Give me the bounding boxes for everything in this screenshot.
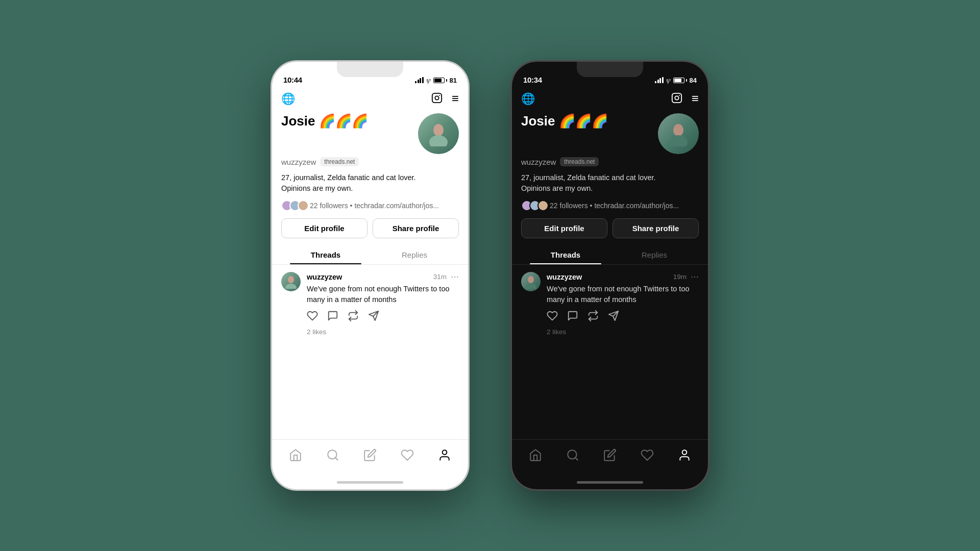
- instagram-icon-dark[interactable]: [671, 92, 682, 105]
- svg-point-23: [682, 450, 687, 455]
- battery-label-light: 81: [450, 77, 457, 84]
- followers-row-light: 22 followers • techradar.com/author/jos.…: [281, 200, 459, 211]
- edit-profile-button-dark[interactable]: Edit profile: [521, 218, 607, 238]
- status-icons-dark: 𝜓 84: [655, 76, 697, 84]
- post-meta-light: 31m ⋯: [433, 272, 459, 282]
- post-meta-dark: 19m ⋯: [673, 272, 699, 282]
- follower-avatars-dark: [521, 200, 546, 211]
- compose-nav-light[interactable]: [359, 444, 381, 466]
- home-indicator-dark: [512, 475, 708, 489]
- phone-dark: 10:34 𝜓 84 🌐: [510, 60, 709, 491]
- screen-light: 10:44 𝜓 81: [272, 62, 468, 489]
- home-nav-light[interactable]: [284, 444, 307, 466]
- post-right-dark: wuzzyzew 19m ⋯ We've gone from not enoug…: [547, 272, 699, 336]
- wifi-icon-light: 𝜓: [426, 76, 431, 84]
- share-profile-button-dark[interactable]: Share profile: [612, 218, 699, 238]
- repost-icon-light[interactable]: [348, 310, 359, 324]
- screen-dark: 10:34 𝜓 84 🌐: [512, 62, 708, 489]
- svg-point-3: [433, 124, 444, 136]
- avatar-img-dark: [658, 113, 699, 154]
- post-time-light: 31m: [433, 273, 447, 281]
- tabs-light: Threads Replies: [281, 245, 459, 264]
- comment-icon-dark[interactable]: [567, 310, 578, 324]
- follower-avatar-d3: [537, 200, 549, 211]
- svg-point-16: [669, 135, 688, 146]
- menu-icon-light[interactable]: ≡: [452, 92, 459, 105]
- repost-icon-dark[interactable]: [587, 310, 599, 324]
- post-more-light[interactable]: ⋯: [451, 272, 459, 282]
- username-row-dark: wuzzyzew threads.net: [521, 157, 699, 166]
- post-username-light: wuzzyzew: [307, 273, 342, 281]
- follower-avatar-3: [298, 200, 309, 211]
- globe-icon-dark[interactable]: 🌐: [521, 93, 535, 105]
- post-time-dark-val: 19m: [673, 273, 687, 281]
- profile-name-dark: Josie 🌈🌈🌈: [521, 113, 608, 129]
- heart-nav-light[interactable]: [396, 444, 419, 466]
- top-nav-light: 🌐 ≡: [272, 87, 468, 108]
- post-avatar-light: [281, 272, 301, 291]
- post-header-dark: wuzzyzew 19m ⋯: [547, 272, 699, 282]
- action-buttons-light: Edit profile Share profile: [281, 218, 459, 238]
- svg-point-17: [528, 276, 534, 283]
- username-row-light: wuzzyzew threads.net: [281, 157, 459, 166]
- menu-icon-dark[interactable]: ≡: [692, 92, 699, 105]
- edit-profile-button-light[interactable]: Edit profile: [281, 218, 368, 238]
- post-username-dark: wuzzyzew: [547, 273, 582, 281]
- followers-count-dark[interactable]: 22 followers • techradar.com/author/jos.…: [550, 202, 679, 210]
- post-actions-dark: [547, 310, 699, 324]
- search-nav-light[interactable]: [322, 444, 344, 466]
- compose-nav-dark[interactable]: [599, 444, 621, 466]
- status-time-dark: 10:34: [523, 76, 542, 84]
- svg-point-13: [675, 96, 678, 99]
- status-bar-light: 10:44 𝜓 81: [272, 62, 468, 87]
- svg-point-15: [673, 124, 683, 136]
- domain-badge-light[interactable]: threads.net: [320, 157, 359, 166]
- search-nav-dark[interactable]: [561, 444, 584, 466]
- tab-threads-dark[interactable]: Threads: [521, 245, 610, 264]
- notch-dark: [577, 62, 643, 77]
- post-likes-dark: 2 likes: [547, 328, 566, 336]
- profile-nav-dark[interactable]: [673, 444, 696, 466]
- signal-icon-light: [415, 77, 424, 83]
- tabs-dark: Threads Replies: [521, 245, 699, 264]
- like-icon-light[interactable]: [307, 310, 318, 324]
- nav-right-light: ≡: [431, 92, 459, 105]
- globe-icon-light[interactable]: 🌐: [281, 93, 295, 105]
- profile-header-dark: Josie 🌈🌈🌈: [521, 113, 699, 154]
- tab-threads-light[interactable]: Threads: [281, 245, 370, 264]
- status-icons-light: 𝜓 81: [415, 76, 457, 84]
- svg-point-6: [285, 284, 297, 289]
- home-bar-light: [337, 481, 403, 484]
- nav-right-dark: ≡: [671, 92, 699, 105]
- svg-rect-12: [672, 93, 681, 103]
- battery-light: [433, 78, 447, 83]
- like-icon-dark[interactable]: [547, 310, 558, 324]
- tab-replies-light[interactable]: Replies: [370, 245, 459, 264]
- username-light: wuzzyzew: [281, 158, 316, 166]
- post-right-light: wuzzyzew 31m ⋯ We've gone from not enoug…: [307, 272, 459, 336]
- post-header-light: wuzzyzew 31m ⋯: [307, 272, 459, 282]
- share-icon-dark[interactable]: [608, 310, 619, 324]
- followers-row-dark: 22 followers • techradar.com/author/jos.…: [521, 200, 699, 211]
- post-more-dark[interactable]: ⋯: [691, 272, 699, 282]
- heart-nav-dark[interactable]: [636, 444, 658, 466]
- tab-replies-dark[interactable]: Replies: [610, 245, 699, 264]
- status-bar-dark: 10:34 𝜓 84: [512, 62, 708, 87]
- followers-count-light[interactable]: 22 followers • techradar.com/author/jos.…: [310, 202, 439, 210]
- avatar-img-light: [418, 113, 459, 154]
- bottom-nav-dark: [512, 439, 708, 475]
- share-icon-light[interactable]: [368, 310, 379, 324]
- profile-nav-light[interactable]: [433, 444, 456, 466]
- home-indicator-light: [272, 475, 468, 489]
- profile-name-light: Josie 🌈🌈🌈: [281, 113, 368, 129]
- share-profile-button-light[interactable]: Share profile: [373, 218, 459, 238]
- home-nav-dark[interactable]: [524, 444, 547, 466]
- instagram-icon-light[interactable]: [431, 92, 443, 105]
- post-text-light: We've gone from not enough Twitters to t…: [307, 284, 459, 305]
- bio-light: 27, journalist, Zelda fanatic and cat lo…: [281, 172, 459, 194]
- svg-line-10: [335, 458, 338, 460]
- username-dark: wuzzyzew: [521, 158, 556, 166]
- comment-icon-light[interactable]: [327, 310, 338, 324]
- signal-icon-dark: [655, 77, 664, 83]
- domain-badge-dark[interactable]: threads.net: [560, 157, 599, 166]
